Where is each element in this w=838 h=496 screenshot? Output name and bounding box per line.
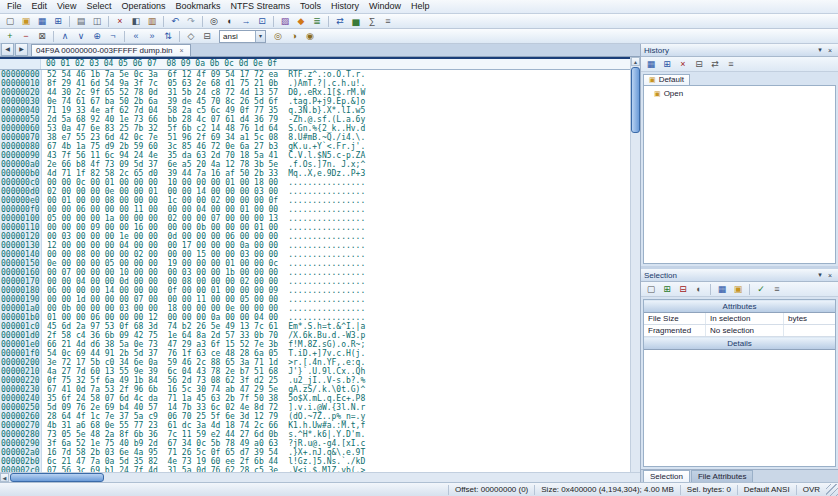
vertical-scrollbar-thumb[interactable] bbox=[631, 67, 640, 133]
close-icon[interactable]: × bbox=[825, 47, 835, 54]
hex-row[interactable]: 000002200f 75 32 5f 6a 49 1b 84 56 2d 73… bbox=[0, 376, 630, 385]
hex-row-ascii[interactable]: T.iD.+]7v.c.H(j. bbox=[278, 349, 365, 358]
hex-row-bytes[interactable]: 05 00 00 00 1a 00 00 00 02 00 00 07 00 0… bbox=[42, 214, 278, 223]
prev-document-button[interactable]: ◀ bbox=[1, 43, 14, 56]
hex-row[interactable]: 000000502d 5a 68 92 40 1e 73 66 bb 28 4c… bbox=[0, 115, 630, 124]
hex-row-ascii[interactable]: ................ bbox=[278, 313, 365, 322]
hex-row-ascii[interactable]: ................ bbox=[278, 304, 365, 313]
not-operation-icon[interactable]: ¬ bbox=[105, 29, 121, 44]
hex-row-bytes[interactable]: 00 00 1d 00 00 00 07 00 00 00 11 00 00 0… bbox=[42, 295, 278, 304]
hex-row[interactable]: 0000007038 e7 55 23 6d 42 0c 7e 51 96 2f… bbox=[0, 133, 630, 142]
hex-row-ascii[interactable]: ................ bbox=[278, 286, 365, 295]
hex-row-ascii[interactable]: 5o$X.mL.q.Ec+.P8 bbox=[278, 394, 365, 403]
hex-row[interactable]: 000002505d 09 76 2e 69 b4 40 57 14 7b 33… bbox=[0, 403, 630, 412]
range-settings-icon[interactable]: ≡ bbox=[769, 282, 785, 297]
hex-row[interactable]: 000002104a 27 7d 60 13 55 9e 39 6c 04 43… bbox=[0, 367, 630, 376]
redo-icon[interactable]: ↷ bbox=[183, 14, 199, 29]
hex-row[interactable]: 0000000052 54 46 1b 7a 5e 0c 3a 6f 12 4f… bbox=[0, 70, 630, 79]
history-item-open[interactable]: ▣Open bbox=[644, 86, 835, 98]
panel-menu-icon[interactable]: ▾ bbox=[815, 271, 825, 279]
load-ranges-icon[interactable]: ▣ bbox=[730, 282, 746, 297]
resize-grip-icon[interactable] bbox=[826, 484, 838, 496]
hex-row-ascii[interactable]: 8.U#mB.~Q./i4.\. bbox=[278, 133, 365, 142]
hex-row[interactable]: 000002003e 72 17 5b c0 34 6e 0a 59 46 2c… bbox=[0, 358, 630, 367]
new-range-icon[interactable]: ▢ bbox=[643, 282, 659, 297]
select-range-icon[interactable]: ⊡ bbox=[254, 14, 270, 29]
menu-history[interactable]: History bbox=[326, 0, 364, 13]
byte-order-icon[interactable]: ⇅ bbox=[160, 29, 176, 44]
hex-row-ascii[interactable]: D0,.eRx.1[$.rM.W bbox=[278, 88, 365, 97]
hex-row[interactable]: 0000026028 64 4f 1c 7e 37 5a c9 06 70 25… bbox=[0, 412, 630, 421]
vertical-scrollbar[interactable]: ▲ bbox=[630, 57, 640, 472]
find-in-files-icon[interactable]: ◎ bbox=[270, 29, 286, 44]
hex-row-ascii[interactable]: J'}`.U.9l.Cx..Qh bbox=[278, 367, 365, 376]
horizontal-scrollbar-thumb[interactable] bbox=[10, 473, 104, 482]
compare-files-icon[interactable]: ⇄ bbox=[332, 14, 348, 29]
hex-row-ascii[interactable]: ................ bbox=[278, 178, 365, 187]
pattern-search-icon[interactable]: ◉ bbox=[302, 29, 318, 44]
menu-ntfs-streams[interactable]: NTFS Streams bbox=[225, 0, 295, 13]
menu-operations[interactable]: Operations bbox=[116, 0, 170, 13]
hex-row-bytes[interactable]: 35 6f 24 58 07 6d 4c da 71 1a 45 63 2b 7… bbox=[42, 394, 278, 403]
hex-row[interactable]: 000000c000 00 0c 00 01 00 00 00 10 00 00… bbox=[0, 178, 630, 187]
tab-file-attributes[interactable]: File Attributes bbox=[691, 470, 753, 482]
open-file-icon[interactable]: ▣ bbox=[18, 14, 34, 29]
hex-row[interactable]: 0000010005 00 00 00 1a 00 00 00 02 00 00… bbox=[0, 214, 630, 223]
hex-row[interactable]: 000000d002 00 00 00 0e 00 00 01 00 00 14… bbox=[0, 187, 630, 196]
replace-icon[interactable]: ◐ bbox=[222, 14, 238, 29]
hex-row-ascii[interactable]: ................ bbox=[278, 250, 365, 259]
hex-row[interactable]: 000001500e 00 00 00 05 00 00 00 19 00 00… bbox=[0, 259, 630, 268]
menu-window[interactable]: Window bbox=[364, 0, 406, 13]
scroll-left-icon[interactable]: ◀ bbox=[0, 473, 9, 482]
undo-icon[interactable]: ↶ bbox=[167, 14, 183, 29]
menu-select[interactable]: Select bbox=[81, 0, 116, 13]
bookmarks-icon[interactable]: ◆ bbox=[293, 14, 309, 29]
hex-row[interactable]: 000000e000 01 00 00 08 00 00 00 1c 00 00… bbox=[0, 196, 630, 205]
menu-edit[interactable]: Edit bbox=[27, 0, 53, 13]
hex-row-bytes[interactable]: 28 64 4f 1c 7e 37 5a c9 06 70 25 5f 6e 3… bbox=[42, 412, 278, 421]
hex-row-ascii[interactable]: .)AmT.?|.c.h.u!. bbox=[278, 79, 365, 88]
prune-history-icon[interactable]: ⊟ bbox=[691, 57, 707, 72]
hex-row-ascii[interactable]: gK.u.+Y`<.Fr.j'. bbox=[278, 142, 365, 151]
hex-row[interactable]: 000001e066 21 4d d6 38 5a 0e 73 47 29 a3… bbox=[0, 340, 630, 349]
cut-icon[interactable]: × bbox=[112, 14, 128, 29]
settings-icon[interactable]: ≡ bbox=[380, 14, 396, 29]
hex-row-bytes[interactable]: 4b 31 a6 68 0e 55 77 23 61 dc 3a 4d 18 7… bbox=[42, 421, 278, 430]
hex-row[interactable]: 000002704b 31 a6 68 0e 55 77 23 61 dc 3a… bbox=[0, 421, 630, 430]
hex-row[interactable]: 000002a016 7d 58 2b 03 6e 4a 95 71 26 5c… bbox=[0, 448, 630, 457]
statistics-icon[interactable]: ▅ bbox=[348, 14, 364, 29]
scroll-up-icon[interactable]: ▲ bbox=[631, 57, 640, 66]
hex-row-bytes[interactable]: 00 00 04 00 00 0d 00 00 00 08 00 00 00 0… bbox=[42, 277, 278, 286]
hex-row[interactable]: 000001d02f 58 c4 36 6b 09 42 75 1e 64 8a… bbox=[0, 331, 630, 340]
hex-row[interactable]: 0000004071 19 33 4e af 62 7d 04 58 2a c5… bbox=[0, 106, 630, 115]
hex-row[interactable]: 000000a02e 66 b8 4f 73 09 5d 37 6e a5 20… bbox=[0, 160, 630, 169]
next-document-button[interactable]: ▶ bbox=[15, 43, 28, 56]
close-icon[interactable]: × bbox=[825, 272, 835, 279]
hex-row[interactable]: 000000b04d 71 1f 82 58 2c 65 d0 39 44 7a… bbox=[0, 169, 630, 178]
menu-view[interactable]: View bbox=[52, 0, 81, 13]
encoding-icon[interactable]: ◇ bbox=[183, 29, 199, 44]
hex-row-ascii[interactable]: .tag.P+j9.Ep.&]o bbox=[278, 97, 365, 106]
hex-row-ascii[interactable]: Em*.S.h=t.&^I.|a bbox=[278, 322, 365, 331]
hex-row[interactable]: 0000018006 00 00 00 14 00 00 00 0f 00 00… bbox=[0, 286, 630, 295]
hex-row-bytes[interactable]: 00 0b 00 00 00 03 00 00 18 00 00 00 0e 0… bbox=[42, 304, 278, 313]
hex-row-bytes[interactable]: 4d 71 1f 82 58 2c 65 d0 39 44 7a 16 af 5… bbox=[42, 169, 278, 178]
hex-row-ascii[interactable]: >r.[.4n.YF,.e:q. bbox=[278, 358, 365, 367]
print-preview-icon[interactable]: ◫ bbox=[89, 14, 105, 29]
hex-row-bytes[interactable]: 67 41 0d 7a 53 2f 96 6b 16 5c 30 74 ab 4… bbox=[42, 385, 278, 394]
hex-row-bytes[interactable]: 73 05 5e 48 2a 8f 6b 36 7c 11 59 e2 44 2… bbox=[42, 430, 278, 439]
hex-row[interactable]: 0000013012 00 00 00 00 04 00 00 00 17 00… bbox=[0, 241, 630, 250]
hex-row-ascii[interactable]: gA.zS/.k.\0t.G)^ bbox=[278, 385, 365, 394]
document-tab[interactable]: 04F9A 00000000-003FFFFF dump.bin × bbox=[31, 44, 191, 56]
panel-menu-icon[interactable]: ▾ bbox=[815, 46, 825, 54]
hex-row-bytes[interactable]: 3e 72 17 5b c0 34 6e 0a 59 46 2c 88 65 3… bbox=[42, 358, 278, 367]
hex-row-bytes[interactable]: 00 00 0c 00 01 00 00 00 10 00 00 00 01 0… bbox=[42, 178, 278, 187]
checksum-icon[interactable]: ∑ bbox=[364, 14, 380, 29]
hex-row-bytes[interactable]: 43 7f 56 11 6c 94 24 4e 35 da 63 2d 70 1… bbox=[42, 151, 278, 160]
shift-right-icon[interactable]: » bbox=[144, 29, 160, 44]
hex-row-ascii[interactable]: ................ bbox=[278, 295, 365, 304]
hex-row[interactable]: 000001f054 0c 69 44 91 2b 5d 37 76 1f 63… bbox=[0, 349, 630, 358]
menu-tools[interactable]: Tools bbox=[295, 0, 326, 13]
hex-row[interactable]: 0000011000 00 00 09 00 00 16 00 00 00 0b… bbox=[0, 223, 630, 232]
and-operation-icon[interactable]: ∧ bbox=[57, 29, 73, 44]
